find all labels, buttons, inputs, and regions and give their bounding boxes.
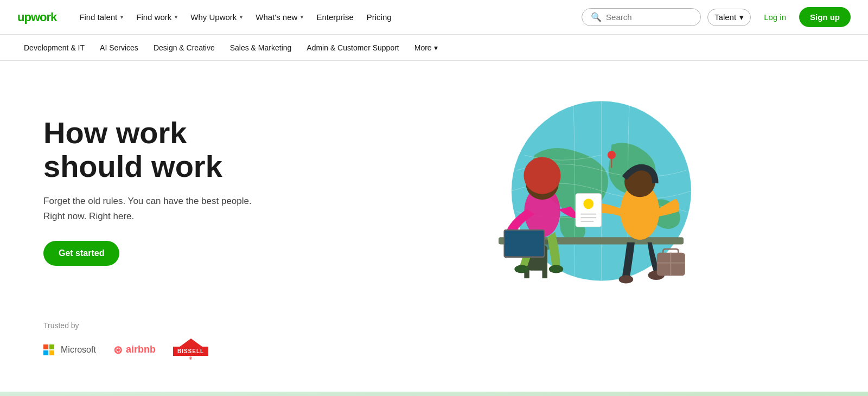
nav-why-upwork[interactable]: Why Upwork ▾ [185, 8, 248, 26]
bissell-text: BISSELL [173, 347, 208, 356]
svg-point-11 [524, 157, 560, 194]
svg-rect-6 [542, 263, 547, 278]
svg-rect-14 [505, 231, 544, 256]
chevron-down-icon: ▾ [175, 14, 177, 20]
svg-point-20 [583, 199, 593, 209]
svg-point-28 [608, 151, 616, 159]
chevron-down-icon: ▾ [120, 14, 123, 20]
trusted-label: Trusted by [43, 321, 825, 330]
cat-ai-services[interactable]: AI Services [93, 39, 145, 56]
cat-sales-marketing[interactable]: Sales & Marketing [224, 39, 298, 56]
airbnb-icon: ⊛ [113, 343, 123, 356]
cat-dev-it[interactable]: Development & IT [17, 39, 91, 56]
hero-svg [347, 93, 825, 289]
upwork-logo[interactable]: upwork [17, 10, 56, 24]
svg-point-8 [514, 265, 529, 273]
cat-more[interactable]: More ▾ [408, 39, 444, 56]
microsoft-logo: Microsoft [43, 344, 96, 355]
chevron-down-icon: ▾ [739, 12, 744, 22]
top-nav: upwork Find talent ▾ Find work ▾ Why Upw… [0, 0, 868, 35]
hero-title: How work should work [43, 116, 347, 183]
chevron-down-icon: ▾ [301, 14, 303, 20]
microsoft-icon [43, 344, 54, 355]
nav-pricing[interactable]: Pricing [361, 8, 397, 26]
nav-find-talent[interactable]: Find talent ▾ [74, 8, 129, 26]
hero-subtitle: Forget the old rules. You can have the b… [43, 194, 347, 223]
trusted-logos: Microsoft ⊛ airbnb BISSELL ® [43, 338, 825, 361]
talent-dropdown[interactable]: Talent ▾ [707, 9, 751, 26]
chevron-down-icon: ▾ [240, 14, 242, 20]
login-button[interactable]: Log in [757, 9, 793, 25]
nav-find-work[interactable]: Find work ▾ [131, 8, 183, 26]
nav-links: Find talent ▾ Find work ▾ Why Upwork ▾ W… [74, 8, 569, 26]
category-nav: Development & IT AI Services Design & Cr… [0, 35, 868, 61]
nav-enterprise[interactable]: Enterprise [311, 8, 359, 26]
cat-design-creative[interactable]: Design & Creative [147, 39, 221, 56]
hero-content: How work should work Forget the old rule… [43, 116, 347, 266]
get-started-button[interactable]: Get started [43, 241, 119, 266]
hero-illustration [347, 93, 825, 289]
search-input[interactable] [606, 12, 692, 22]
bissell-triangle-icon [179, 338, 203, 347]
svg-rect-19 [576, 194, 601, 227]
signup-button[interactable]: Sign up [799, 7, 851, 27]
trusted-section: Trusted by Microsoft ⊛ airbnb BIS [0, 310, 868, 382]
bissell-logo: BISSELL ® [173, 338, 208, 361]
nav-whats-new[interactable]: What's new ▾ [250, 8, 309, 26]
search-icon: 🔍 [591, 12, 602, 22]
svg-point-9 [549, 265, 564, 273]
cat-admin-support[interactable]: Admin & Customer Support [300, 39, 405, 56]
airbnb-logo: ⊛ airbnb [113, 343, 156, 356]
nav-right: 🔍 Talent ▾ Log in Sign up [582, 7, 851, 27]
search-bar[interactable]: 🔍 [582, 8, 701, 26]
hero-section: How work should work Forget the old rule… [0, 61, 868, 382]
svg-point-15 [619, 275, 634, 283]
chevron-down-icon: ▾ [434, 43, 438, 52]
